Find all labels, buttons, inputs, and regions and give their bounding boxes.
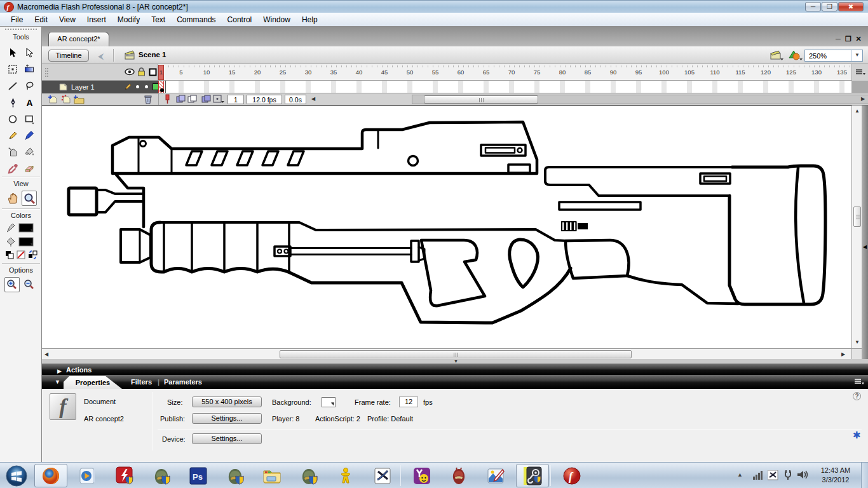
menu-edit[interactable]: Edit: [29, 13, 53, 26]
hand-tool[interactable]: [5, 191, 20, 206]
clock-time[interactable]: 12:43 AM: [813, 466, 858, 474]
insert-layer-folder-button[interactable]: [74, 95, 85, 104]
taskbar-wmp[interactable]: [71, 464, 104, 487]
brush-tool[interactable]: [22, 128, 37, 143]
zoom-tool[interactable]: [22, 191, 37, 206]
timeline-scroll-right[interactable]: ▶: [861, 96, 865, 102]
tab-properties[interactable]: Properties: [64, 376, 122, 389]
timeline-scroll-left[interactable]: ◀: [311, 96, 315, 102]
layer-lock-dot[interactable]: [145, 85, 148, 88]
modify-onion-markers-button[interactable]: [212, 94, 225, 104]
zoom-out-option[interactable]: [22, 277, 37, 292]
menu-modify[interactable]: Modify: [112, 13, 146, 26]
ink-bottle-tool[interactable]: [5, 144, 20, 159]
minimize-button[interactable]: ─: [805, 2, 821, 11]
menu-control[interactable]: Control: [222, 13, 258, 26]
menu-file[interactable]: File: [5, 13, 29, 26]
lock-layers-icon[interactable]: [137, 67, 146, 77]
menu-text[interactable]: Text: [146, 13, 171, 26]
layer-item[interactable]: Layer 1: [42, 81, 158, 93]
outline-layers-icon[interactable]: [149, 68, 157, 76]
elapsed-time-field[interactable]: 0.0s: [285, 95, 306, 104]
zoom-in-option[interactable]: [4, 277, 20, 292]
collapse-panel-arrow[interactable]: ◀: [863, 244, 867, 250]
oval-tool[interactable]: [5, 111, 20, 126]
timeline-ruler[interactable]: 5101520253035404550556065707580859095100…: [158, 64, 851, 80]
mdi-restore-button[interactable]: ❐: [844, 35, 853, 43]
edit-symbol-icon[interactable]: [788, 49, 803, 61]
zoom-level-dropdown[interactable]: 250% ▼: [804, 50, 863, 62]
close-button[interactable]: ✖: [838, 2, 864, 11]
timeline-grip[interactable]: [44, 67, 48, 78]
onion-skin-outlines-button[interactable]: [187, 94, 198, 104]
taskbar-firefox[interactable]: [34, 464, 67, 487]
add-motion-guide-button[interactable]: [61, 95, 72, 104]
pen-tool[interactable]: [5, 95, 20, 110]
scroll-down-arrow[interactable]: ▼: [855, 339, 860, 345]
layer-visibility-dot[interactable]: [136, 85, 139, 88]
publish-settings-button[interactable]: Settings...: [192, 413, 262, 424]
panel-splitter[interactable]: ▼: [42, 359, 868, 364]
menu-help[interactable]: Help: [296, 13, 323, 26]
background-color-swatch[interactable]: [322, 397, 336, 407]
help-icon[interactable]: ?: [853, 392, 861, 400]
line-tool[interactable]: [5, 78, 20, 93]
tray-expand-icon[interactable]: ▲: [737, 471, 743, 478]
timeline-scrollbar[interactable]: [412, 95, 868, 104]
eraser-tool[interactable]: [22, 161, 37, 176]
taskbar-halo[interactable]: [292, 464, 325, 487]
paint-bucket-tool[interactable]: [22, 144, 37, 159]
panel-menu-icon[interactable]: [854, 378, 864, 386]
size-button[interactable]: 550 x 400 pixels: [192, 396, 262, 407]
taskbar-explorer[interactable]: [255, 464, 288, 487]
color-default-button[interactable]: [5, 250, 14, 259]
timeline-toggle-button[interactable]: Timeline: [48, 50, 89, 62]
frame-rate-field[interactable]: 12.0 fps: [247, 95, 282, 104]
scroll-up-arrow[interactable]: ▲: [855, 108, 860, 114]
splitter-collapse-arrow[interactable]: ▼: [454, 359, 458, 363]
document-tab[interactable]: AR concept2*: [48, 32, 109, 46]
taskbar-paint[interactable]: [479, 464, 512, 487]
mdi-close-button[interactable]: ✕: [854, 35, 863, 43]
collapse-arrow-icon[interactable]: ▼: [55, 379, 60, 385]
subselection-tool[interactable]: [22, 45, 37, 60]
taskbar-steam[interactable]: [516, 464, 549, 487]
taskbar-xfire[interactable]: [366, 464, 399, 487]
taskbar-halo-red[interactable]: [442, 464, 475, 487]
horizontal-scrollbar[interactable]: ◀ ▶: [42, 348, 851, 359]
fill-color-row[interactable]: [5, 236, 37, 248]
menu-insert[interactable]: Insert: [81, 13, 112, 26]
current-frame-field[interactable]: 1: [227, 95, 244, 104]
selection-tool[interactable]: [5, 45, 20, 60]
mdi-minimize-button[interactable]: ─: [834, 35, 843, 43]
gradient-transform-tool[interactable]: [22, 62, 37, 77]
taskbar-flash-player[interactable]: f: [555, 464, 588, 487]
clock-date[interactable]: 3/3/2012: [813, 476, 858, 484]
lasso-tool[interactable]: [22, 78, 37, 93]
scroll-right-arrow[interactable]: ▶: [841, 351, 845, 357]
power-icon[interactable]: [783, 470, 794, 480]
volume-icon[interactable]: [797, 470, 808, 480]
tools-grip[interactable]: [5, 29, 37, 30]
text-tool[interactable]: A: [22, 95, 37, 110]
taskbar-halo[interactable]: [145, 464, 178, 487]
insert-layer-button[interactable]: [48, 95, 59, 104]
horizontal-scrollbar-thumb[interactable]: [280, 350, 632, 358]
playhead-marker[interactable]: 1: [158, 65, 164, 80]
restore-button[interactable]: ❐: [822, 2, 837, 11]
tab-filters[interactable]: Filters: [131, 378, 152, 386]
edit-multiple-frames-button[interactable]: [201, 94, 212, 104]
xfire-tray-icon[interactable]: [768, 470, 778, 480]
device-settings-button[interactable]: Settings...: [192, 433, 262, 444]
taskbar-aim[interactable]: [329, 464, 362, 487]
layer-frames[interactable]: [158, 81, 851, 93]
scroll-left-arrow[interactable]: ◀: [44, 351, 48, 357]
eyedropper-tool[interactable]: [5, 161, 20, 176]
onion-skin-button[interactable]: [175, 94, 187, 104]
taskbar-flash8[interactable]: [108, 464, 141, 487]
stage-canvas[interactable]: [42, 105, 851, 348]
network-icon[interactable]: [752, 470, 764, 480]
edit-scene-icon[interactable]: [770, 50, 784, 61]
center-frame-button[interactable]: [161, 94, 173, 104]
menu-window[interactable]: Window: [257, 13, 296, 26]
